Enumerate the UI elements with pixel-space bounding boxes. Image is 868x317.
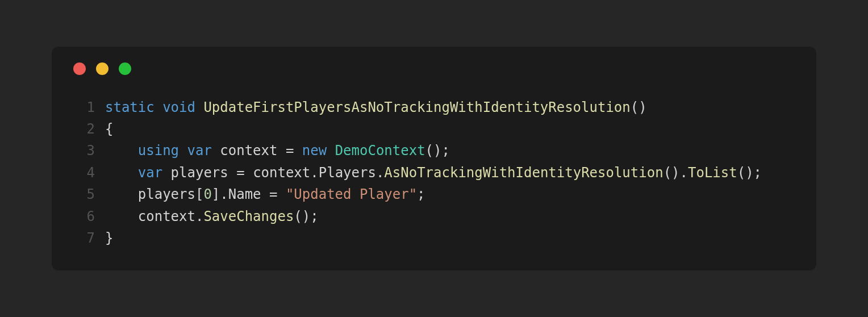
code-token (162, 165, 170, 181)
code-token: var (187, 143, 212, 158)
code-token: Name (228, 186, 261, 202)
code-token: context (138, 208, 195, 224)
code-token: (). (663, 165, 688, 181)
code-token: DemoContext (335, 143, 425, 158)
code-token: UpdateFirstPlayersAsNoTrackingWithIdenti… (203, 99, 630, 115)
code-line[interactable]: 5 players[0].Name = "Updated Player"; (70, 183, 798, 205)
code-content[interactable]: context.SaveChanges(); (105, 206, 319, 227)
code-token: = (277, 143, 302, 158)
code-content[interactable]: var players = context.Players.AsNoTracki… (105, 162, 762, 183)
code-content[interactable]: players[0].Name = "Updated Player"; (105, 183, 425, 205)
code-token (179, 143, 187, 158)
code-content[interactable]: using var context = new DemoContext(); (105, 140, 450, 161)
code-line[interactable]: 3 using var context = new DemoContext(); (70, 140, 798, 161)
code-token: using (138, 143, 179, 158)
code-token: [ (195, 186, 203, 202)
code-token: () (631, 99, 647, 115)
code-content[interactable]: } (105, 227, 113, 249)
code-token: "Updated Player" (286, 186, 417, 202)
code-token: void (162, 99, 195, 115)
code-token: static (105, 99, 155, 115)
code-token: new (302, 143, 327, 158)
code-token (195, 99, 203, 115)
code-token: . (195, 208, 203, 224)
code-token: { (105, 121, 113, 137)
code-line[interactable]: 6 context.SaveChanges(); (70, 206, 798, 227)
line-number: 1 (70, 97, 95, 118)
traffic-lights (73, 62, 798, 75)
code-token: . (310, 165, 318, 181)
code-token: ]. (212, 186, 228, 202)
code-line[interactable]: 2{ (70, 118, 798, 140)
minimize-icon[interactable] (96, 62, 108, 75)
maximize-icon[interactable] (119, 62, 131, 75)
code-token (155, 99, 162, 115)
code-token: 0 (203, 186, 211, 202)
code-token: SaveChanges (203, 208, 294, 224)
line-number: 5 (70, 183, 95, 205)
code-token (105, 208, 138, 224)
code-content[interactable]: { (105, 118, 113, 140)
code-token: (); (425, 143, 450, 158)
code-window: 1static void UpdateFirstPlayersAsNoTrack… (52, 47, 816, 271)
code-token: = (228, 165, 253, 181)
code-line[interactable]: 1static void UpdateFirstPlayersAsNoTrack… (70, 97, 798, 118)
code-token (105, 165, 138, 181)
code-token: ; (417, 186, 425, 202)
code-content[interactable]: static void UpdateFirstPlayersAsNoTracki… (105, 97, 647, 118)
code-token: = (261, 186, 286, 202)
code-token: . (376, 165, 384, 181)
line-number: 4 (70, 162, 95, 183)
code-token: context (253, 165, 310, 181)
code-token: players (171, 165, 228, 181)
code-line[interactable]: 7} (70, 227, 798, 249)
line-number: 2 (70, 118, 95, 140)
code-token: } (105, 230, 113, 246)
code-token (327, 143, 335, 158)
code-token (212, 143, 220, 158)
code-token: (); (294, 208, 318, 224)
code-token: context (220, 143, 277, 158)
close-icon[interactable] (73, 62, 86, 75)
code-line[interactable]: 4 var players = context.Players.AsNoTrac… (70, 162, 798, 183)
code-token (105, 143, 138, 158)
line-number: 3 (70, 140, 95, 161)
code-token: var (138, 165, 162, 181)
code-token: Players (319, 165, 376, 181)
code-token: (); (737, 165, 762, 181)
code-token: ToList (688, 165, 737, 181)
code-token (105, 186, 138, 202)
code-token: AsNoTrackingWithIdentityResolution (384, 165, 663, 181)
code-token: players (138, 186, 195, 202)
code-area[interactable]: 1static void UpdateFirstPlayersAsNoTrack… (70, 97, 798, 249)
line-number: 6 (70, 206, 95, 227)
line-number: 7 (70, 227, 95, 249)
